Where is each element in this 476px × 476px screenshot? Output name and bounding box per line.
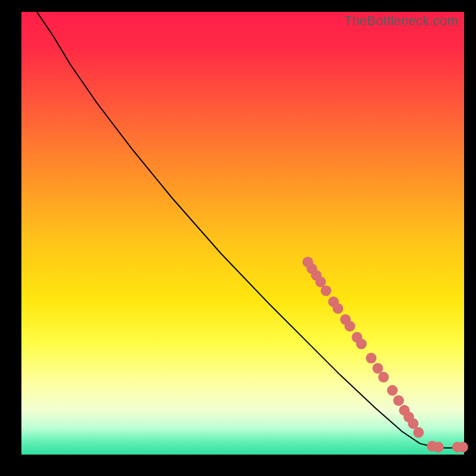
data-marker bbox=[378, 372, 389, 383]
bottleneck-curve bbox=[37, 12, 464, 448]
data-marker bbox=[393, 395, 404, 406]
data-marker bbox=[433, 441, 444, 452]
data-marker bbox=[372, 363, 383, 374]
data-marker bbox=[413, 427, 424, 438]
chart-stage: TheBottleneck.com bbox=[0, 0, 476, 476]
data-marker bbox=[345, 321, 355, 331]
data-marker bbox=[333, 303, 343, 314]
marker-group bbox=[302, 256, 468, 452]
data-marker bbox=[366, 353, 377, 364]
data-marker bbox=[408, 418, 418, 429]
data-marker bbox=[315, 277, 326, 287]
data-marker bbox=[387, 385, 398, 396]
chart-svg bbox=[21, 12, 464, 455]
plot-area: TheBottleneck.com bbox=[21, 12, 464, 455]
data-marker bbox=[321, 286, 331, 296]
data-marker bbox=[458, 441, 468, 452]
data-marker bbox=[356, 339, 367, 349]
